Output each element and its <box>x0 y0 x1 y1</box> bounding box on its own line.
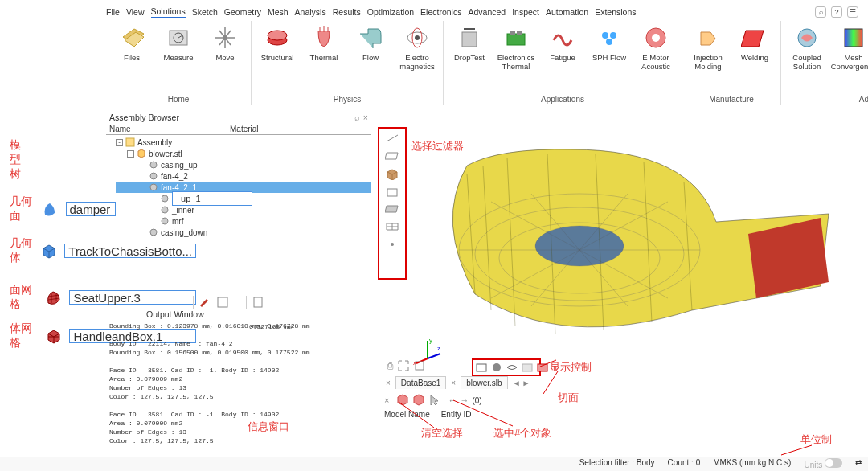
tree-rename-input[interactable]: _up_1 <box>172 191 252 206</box>
menu-sketch[interactable]: Sketch <box>192 7 218 17</box>
filter-body-icon[interactable] <box>385 169 399 180</box>
droptest-button[interactable]: DropTest <box>448 24 490 71</box>
ethermal-icon <box>502 24 530 51</box>
col-name[interactable]: Name <box>109 125 230 133</box>
nav-fwd-icon[interactable]: → <box>460 395 469 405</box>
menu-results[interactable]: Results <box>333 7 361 17</box>
filter-solid-icon[interactable] <box>385 186 399 198</box>
electronics-thermal-button[interactable]: Electronics Thermal <box>495 24 537 71</box>
tree-item-casing_up[interactable]: casing_up <box>116 159 371 170</box>
filter-edge-icon[interactable] <box>385 133 399 145</box>
3d-viewport[interactable] <box>381 125 858 363</box>
pdf-icon[interactable]: ⎙ <box>387 360 393 373</box>
group-title: Manufacture <box>687 95 776 104</box>
tree-label: fan-4_2 <box>161 172 188 181</box>
units-toggle[interactable] <box>825 458 842 468</box>
clear-sel-icon[interactable] <box>395 394 408 407</box>
disp-section-icon[interactable] <box>536 361 549 374</box>
files-button[interactable]: Files <box>111 24 153 71</box>
menu-mesh[interactable]: Mesh <box>268 7 289 17</box>
browser-close-icon[interactable]: × <box>363 113 368 122</box>
menu-geometry[interactable]: Geometry <box>224 7 261 17</box>
script-icon[interactable] <box>216 296 229 309</box>
filter-node-icon[interactable] <box>385 240 399 251</box>
meshconv-icon <box>840 24 867 51</box>
annot-clear: 清空选择 <box>421 426 463 440</box>
measure-button[interactable]: Measure <box>158 24 199 71</box>
edit-icon[interactable] <box>199 296 211 309</box>
output-body[interactable]: Bounding Box : 0.123978 mm, 0.016010 mm,… <box>106 320 371 471</box>
menu-optimization[interactable]: Optimization <box>367 7 414 17</box>
tab-close-icon[interactable]: × <box>383 379 394 387</box>
svg-point-27 <box>150 173 157 179</box>
disp-shaded-icon[interactable] <box>490 361 503 374</box>
svg-rect-19 <box>845 29 862 47</box>
col-model-name[interactable]: Model Name <box>384 410 430 419</box>
menu-analysis[interactable]: Analysis <box>295 7 326 17</box>
e-motor-acoustic-button[interactable]: E Motor Acoustic <box>635 24 677 71</box>
flow-button[interactable]: Flow <box>350 24 391 71</box>
selection-filter-bar[interactable] <box>378 127 407 280</box>
svg-text:z: z <box>437 345 440 352</box>
pick-icon[interactable] <box>428 394 440 407</box>
entity-name-input[interactable]: TrackToChassisBotto... <box>64 244 196 258</box>
sel-close-icon[interactable]: × <box>381 395 392 405</box>
col-entity-id[interactable]: Entity ID <box>441 410 472 419</box>
entity-name-input[interactable]: damper <box>66 202 117 216</box>
welding-button[interactable]: Welding <box>734 24 776 71</box>
display-control-bar[interactable] <box>472 358 541 376</box>
tab-database[interactable]: DataBase1 <box>395 376 446 389</box>
nav-back-icon[interactable]: ← <box>448 395 457 405</box>
tree-item-mrf[interactable]: mrf <box>116 215 371 227</box>
menu-view[interactable]: View <box>126 7 145 17</box>
tab-nav-right-icon[interactable]: ► <box>522 379 530 387</box>
filter-face-icon[interactable] <box>385 151 399 162</box>
menu-file[interactable]: File <box>106 7 120 17</box>
entity-name-input[interactable]: SeatUpper.3 <box>69 290 196 305</box>
filter-mesh-icon[interactable] <box>385 222 399 233</box>
tree-item-_inner[interactable]: _inner <box>116 204 371 215</box>
mesh-convergence-button[interactable]: Mesh Convergence <box>833 24 868 71</box>
disp-wireframe-icon[interactable] <box>475 361 488 374</box>
clear-sel2-icon[interactable] <box>411 394 424 407</box>
menu-advanced[interactable]: Advanced <box>468 7 506 17</box>
expand-icon[interactable]: - <box>116 139 123 146</box>
tab-nav-left-icon[interactable]: ◄ <box>510 379 521 387</box>
page-icon[interactable] <box>252 296 264 309</box>
svg-point-53 <box>391 243 394 246</box>
settings-icon[interactable]: ☰ <box>847 6 858 18</box>
disp-trans-icon[interactable] <box>521 361 534 374</box>
move-button[interactable]: Move <box>204 24 246 71</box>
fit-icon[interactable] <box>398 360 409 373</box>
tab-blower[interactable]: blower.slb <box>461 376 507 389</box>
menu-inspect[interactable]: Inspect <box>512 7 539 17</box>
status-swap-icon[interactable]: ⇄ <box>855 458 862 469</box>
menu-electronics[interactable]: Electronics <box>420 7 461 17</box>
status-units-label: Units <box>804 458 842 469</box>
sph-flow-button[interactable]: SPH Flow <box>588 24 630 71</box>
col-material[interactable]: Material <box>230 125 259 133</box>
tree-item-fan-4_2[interactable]: fan-4_2 <box>116 170 371 182</box>
tree-item-assembly[interactable]: -Assembly <box>116 137 371 148</box>
fatigue-button[interactable]: Fatigue <box>542 24 583 71</box>
structural-button[interactable]: Structural <box>256 24 298 71</box>
browser-search-icon[interactable]: ⌕ <box>354 113 360 122</box>
coupled-solution-button[interactable]: Coupled Solution <box>786 24 828 71</box>
tab2-close-icon[interactable]: × <box>448 379 459 387</box>
help-icon[interactable]: ? <box>831 6 842 18</box>
tree-item-_up_1[interactable]: _up_1 <box>116 193 371 204</box>
tree-item-blower-stl[interactable]: -blower.stl <box>116 148 371 159</box>
body-icon <box>149 160 158 170</box>
model-tree[interactable]: -Assembly-blower.stlcasing_upfan-4_2fan-… <box>106 135 371 240</box>
menu-solutions[interactable]: Solutions <box>151 6 186 18</box>
thermal-button[interactable]: Thermal <box>303 24 345 71</box>
disp-hidden-icon[interactable] <box>506 361 518 374</box>
menu-extensions[interactable]: Extensions <box>595 7 636 17</box>
expand-icon[interactable]: - <box>127 150 134 158</box>
filter-shell-icon[interactable] <box>385 204 399 215</box>
menu-automation[interactable]: Automation <box>546 7 588 17</box>
search-icon[interactable]: ⌕ <box>815 6 826 18</box>
ortho-icon[interactable] <box>414 360 425 373</box>
electro-magnetics-button[interactable]: Electro magnetics <box>396 24 438 71</box>
injection-molding-button[interactable]: Injection Molding <box>687 24 729 71</box>
